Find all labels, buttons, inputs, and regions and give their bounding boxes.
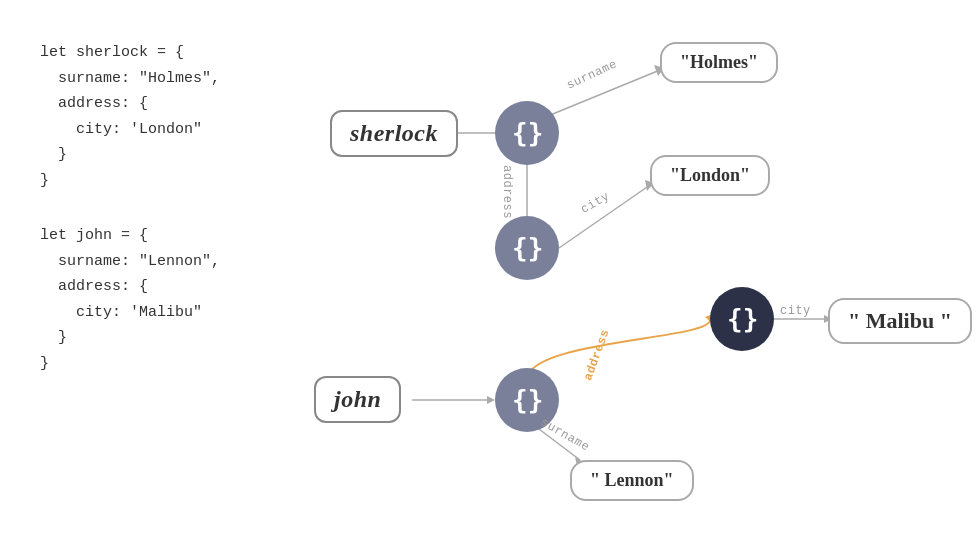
holmes-value-box: "Holmes" bbox=[660, 42, 778, 83]
code-block-sherlock: let sherlock = { surname: "Holmes", addr… bbox=[40, 40, 290, 193]
shared-address-obj-circle: {} bbox=[710, 287, 774, 351]
curly-braces-icon-2: {} bbox=[510, 231, 544, 265]
sherlock-obj-circle: {} bbox=[495, 101, 559, 165]
code-panel: let sherlock = { surname: "Holmes", addr… bbox=[40, 40, 290, 376]
surname-edge-label-top: surname bbox=[565, 57, 620, 92]
address-obj-circle-sherlock: {} bbox=[495, 216, 559, 280]
diagram-panel: sherlock {} {} "Holmes" "London" surname… bbox=[280, 0, 980, 551]
surname-edge-label-bottom: surname bbox=[538, 415, 592, 454]
curly-braces-icon-3: {} bbox=[510, 383, 544, 417]
address-edge-label-orange: address bbox=[581, 327, 613, 382]
city-edge-label-top: city bbox=[579, 189, 613, 217]
sherlock-var-box: sherlock bbox=[330, 110, 458, 157]
london-value-box: "London" bbox=[650, 155, 770, 196]
svg-text:{}: {} bbox=[512, 233, 543, 263]
curly-braces-icon-1: {} bbox=[510, 116, 544, 150]
code-block-john: let john = { surname: "Lennon", address:… bbox=[40, 223, 290, 376]
svg-text:{}: {} bbox=[512, 385, 543, 415]
svg-text:{}: {} bbox=[727, 304, 758, 334]
svg-text:{}: {} bbox=[512, 118, 543, 148]
lennon-value-box: " Lennon" bbox=[570, 460, 694, 501]
john-var-box: john bbox=[314, 376, 401, 423]
curly-braces-icon-dark: {} bbox=[725, 302, 759, 336]
malibu-value-box: " Malibu " bbox=[828, 298, 972, 344]
address-edge-label-top: address bbox=[500, 165, 514, 219]
city-edge-label-bottom: city bbox=[780, 304, 811, 318]
svg-marker-9 bbox=[487, 396, 495, 404]
